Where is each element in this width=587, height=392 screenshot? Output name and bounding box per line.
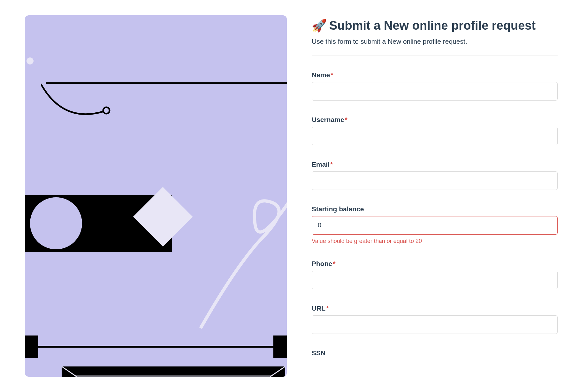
name-input[interactable]: [312, 82, 558, 101]
required-asterisk: *: [331, 71, 333, 79]
required-asterisk: *: [345, 116, 347, 123]
starting-balance-error: Value should be greater than or equal to…: [312, 238, 558, 245]
form-divider: [312, 56, 558, 56]
field-group-name: Name*: [312, 71, 558, 101]
email-input[interactable]: [312, 171, 558, 190]
form-panel: 🚀Submit a New online profile request Use…: [312, 15, 558, 377]
url-input[interactable]: [312, 315, 558, 334]
decorative-barbell-line: [25, 346, 287, 348]
required-asterisk: *: [333, 260, 335, 267]
form-title: 🚀Submit a New online profile request: [312, 19, 558, 33]
illustration-panel: [25, 15, 287, 377]
page-container: 🚀Submit a New online profile request Use…: [0, 0, 587, 392]
field-group-email: Email*: [312, 161, 558, 190]
decorative-dot: [27, 57, 34, 64]
decorative-3d-box: [62, 366, 285, 377]
decorative-swirl: [175, 140, 287, 331]
form-title-text: Submit a New online profile request: [329, 19, 536, 32]
name-label-text: Name: [312, 71, 330, 79]
form-subtitle: Use this form to submit a New online pro…: [312, 38, 558, 45]
username-label-text: Username: [312, 116, 344, 123]
url-label-text: URL: [312, 305, 325, 312]
field-group-phone: Phone*: [312, 260, 558, 289]
svg-rect-1: [62, 366, 285, 377]
name-label: Name*: [312, 71, 558, 79]
email-label: Email*: [312, 161, 558, 168]
username-label: Username*: [312, 116, 558, 124]
decorative-arrow-circle: [28, 195, 84, 251]
starting-balance-input[interactable]: [312, 216, 558, 235]
rocket-icon: 🚀: [312, 19, 327, 32]
phone-label: Phone*: [312, 260, 558, 268]
phone-label-text: Phone: [312, 260, 332, 267]
field-group-ssn: SSN: [312, 349, 558, 357]
phone-input[interactable]: [312, 271, 558, 289]
ssn-label-text: SSN: [312, 349, 325, 357]
starting-balance-label: Starting balance: [312, 205, 558, 213]
required-asterisk: *: [326, 305, 329, 312]
username-input[interactable]: [312, 127, 558, 145]
starting-balance-label-text: Starting balance: [312, 205, 364, 213]
field-group-username: Username*: [312, 116, 558, 145]
svg-point-0: [103, 107, 110, 114]
decorative-barbell-right: [273, 335, 287, 358]
url-label: URL*: [312, 305, 558, 312]
ssn-label: SSN: [312, 349, 558, 357]
required-asterisk: *: [330, 161, 333, 168]
field-group-starting-balance: Starting balance Value should be greater…: [312, 205, 558, 245]
decorative-curve: [41, 82, 124, 127]
email-label-text: Email: [312, 161, 330, 168]
decorative-barbell-left: [25, 335, 38, 358]
field-group-url: URL*: [312, 305, 558, 334]
